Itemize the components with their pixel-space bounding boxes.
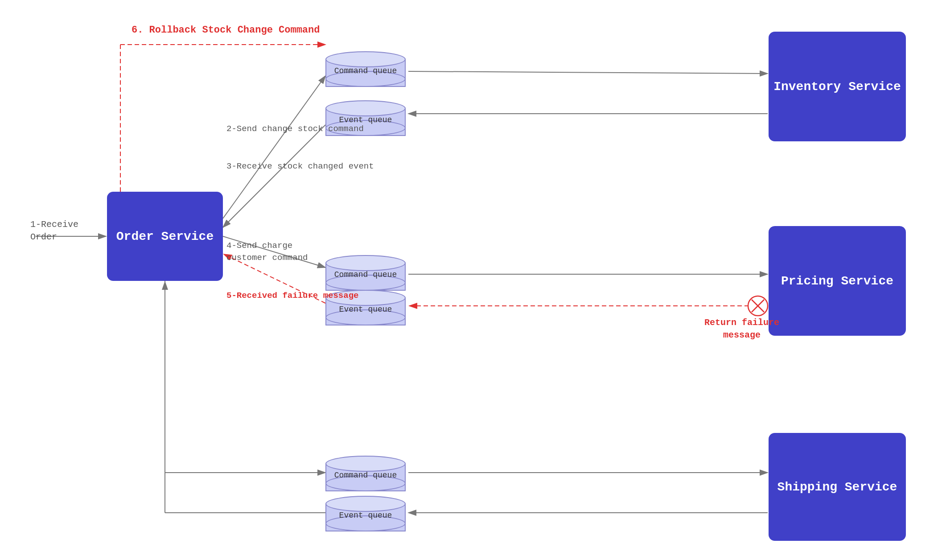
- svg-line-5: [223, 125, 325, 227]
- pricing-cmd-label: Command queue: [334, 270, 397, 279]
- inventory-service-box: Inventory Service: [769, 32, 906, 141]
- shipping-command-queue: Command queue: [325, 456, 406, 491]
- shipping-cmd-label: Command queue: [334, 471, 397, 480]
- pricing-service-box: Pricing Service: [769, 226, 906, 336]
- order-service-box: Order Service: [107, 192, 223, 281]
- label-return-failure: Return failuremessage: [704, 317, 779, 342]
- svg-line-4: [223, 76, 325, 218]
- diagram: Order Service Inventory Service Pricing …: [0, 0, 946, 560]
- pricing-command-queue: Command queue: [325, 255, 406, 291]
- label-rollback: 6. Rollback Stock Change Command: [132, 25, 320, 36]
- shipping-evt-label: Event queue: [339, 511, 392, 520]
- svg-point-20: [748, 296, 768, 316]
- svg-line-22: [752, 300, 764, 312]
- svg-line-21: [752, 300, 764, 312]
- shipping-service-label: Shipping Service: [777, 480, 897, 494]
- label-send-charge: 4-Send chargecustomer command: [226, 240, 308, 264]
- inventory-service-label: Inventory Service: [773, 80, 901, 94]
- label-receive-order: 1-ReceiveOrder: [30, 218, 78, 243]
- pricing-evt-label: Event queue: [339, 305, 392, 314]
- label-send-stock: 2-Send change stock command: [226, 124, 364, 134]
- order-service-label: Order Service: [116, 230, 214, 243]
- pricing-service-label: Pricing Service: [781, 274, 893, 288]
- label-receive-stock: 3-Receive stock changed event: [226, 161, 374, 171]
- label-received-failure: 5-Received failure message: [226, 291, 358, 301]
- inventory-evt-label: Event queue: [339, 115, 392, 124]
- inventory-cmd-label: Command queue: [334, 66, 397, 75]
- shipping-service-box: Shipping Service: [769, 433, 906, 541]
- svg-line-10: [408, 71, 768, 74]
- shipping-event-queue: Event queue: [325, 496, 406, 531]
- inventory-command-queue: Command queue: [325, 51, 406, 87]
